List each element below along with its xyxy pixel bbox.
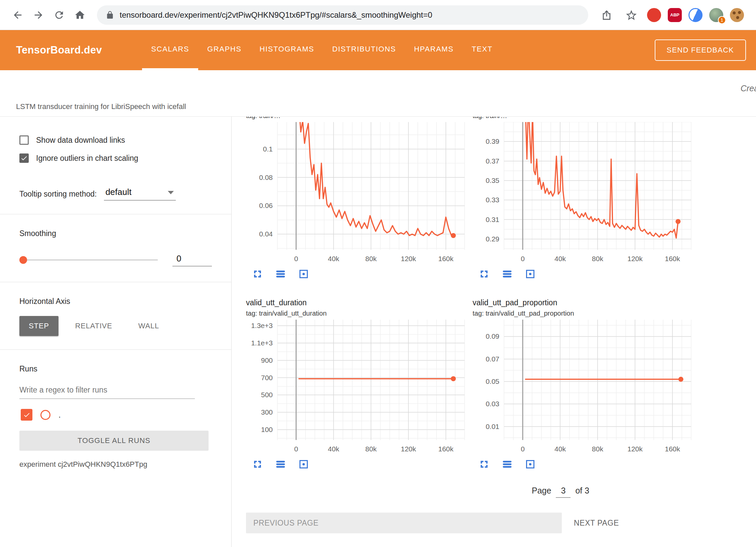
fit-to-data-icon[interactable]: [298, 459, 309, 470]
fit-to-data-icon[interactable]: [298, 268, 309, 280]
tab-distributions[interactable]: DISTRIBUTIONS: [323, 30, 405, 70]
chart-title: valid_utt_duration: [246, 298, 466, 310]
svg-text:900: 900: [261, 356, 273, 364]
previous-page-button[interactable]: PREVIOUS PAGE: [246, 513, 562, 533]
smoothing-slider-thumb[interactable]: [19, 256, 27, 264]
svg-text:120k: 120k: [401, 445, 416, 453]
page-total-label: of 3: [575, 486, 589, 496]
svg-text:0: 0: [521, 255, 525, 262]
expand-chart-icon[interactable]: [252, 268, 263, 280]
send-feedback-button[interactable]: SEND FEEDBACK: [655, 39, 746, 61]
svg-text:0.01: 0.01: [486, 423, 499, 430]
run-color-swatch[interactable]: [40, 410, 50, 420]
svg-text:0.35: 0.35: [486, 177, 499, 184]
svg-text:40k: 40k: [328, 255, 339, 262]
menu-lines-icon[interactable]: [502, 268, 513, 280]
forward-icon[interactable]: [29, 6, 47, 24]
run-list-item: .: [21, 409, 231, 421]
chart-title: valid_utt_pad_proportion: [473, 298, 692, 310]
tensorboard-logo[interactable]: TensorBoard.dev: [16, 44, 102, 56]
run-checkbox[interactable]: [21, 409, 32, 421]
adblock-extension-icon[interactable]: [647, 8, 661, 22]
svg-text:0.04: 0.04: [259, 230, 273, 238]
abp-label: ABP: [670, 12, 679, 17]
menu-lines-icon[interactable]: [502, 459, 513, 470]
browser-toolbar: tensorboard.dev/experiment/cj2vtPiwQHKN9…: [0, 0, 756, 30]
expand-chart-icon[interactable]: [479, 268, 490, 280]
svg-text:80k: 80k: [592, 445, 603, 453]
svg-text:0.06: 0.06: [259, 202, 273, 209]
cookie-extension-icon[interactable]: [730, 8, 744, 22]
svg-text:80k: 80k: [365, 445, 377, 453]
tab-graphs[interactable]: GRAPHS: [198, 30, 251, 70]
chart-tag: tag: train/valid_utt_duration: [246, 310, 466, 320]
menu-lines-icon[interactable]: [275, 459, 286, 470]
svg-text:0.39: 0.39: [486, 137, 499, 145]
fit-to-data-icon[interactable]: [525, 459, 536, 470]
svg-text:160k: 160k: [665, 255, 680, 262]
svg-text:0.29: 0.29: [486, 235, 499, 243]
toggle-all-runs-button[interactable]: TOGGLE ALL RUNS: [19, 431, 209, 451]
runs-label: Runs: [19, 364, 231, 373]
line-chart: 040k80k120k160k1003005007009001.1e+31.3e…: [246, 320, 466, 455]
svg-text:160k: 160k: [438, 445, 454, 453]
pie-extension-icon[interactable]: [688, 8, 703, 22]
home-icon[interactable]: [71, 6, 89, 24]
ignore-outliers-label: Ignore outliers in chart scaling: [36, 154, 138, 163]
expand-chart-icon[interactable]: [252, 459, 263, 470]
svg-text:80k: 80k: [592, 255, 603, 262]
page-number-input[interactable]: [556, 486, 571, 498]
horizontal-axis-label: Horizontal Axis: [19, 297, 231, 306]
svg-text:80k: 80k: [365, 255, 377, 262]
tab-hparams[interactable]: HPARAMS: [405, 30, 463, 70]
divider: [0, 282, 231, 282]
axis-wall-button[interactable]: WALL: [129, 316, 168, 336]
settings-sidebar: Show data download links Ignore outliers…: [0, 117, 232, 547]
next-page-button[interactable]: NEXT PAGE: [574, 519, 619, 528]
abp-extension-icon[interactable]: ABP: [668, 8, 682, 22]
axis-relative-button[interactable]: RELATIVE: [66, 316, 122, 336]
svg-text:160k: 160k: [438, 255, 454, 262]
line-chart: 040k80k120k160k0.040.060.080.1: [246, 122, 466, 265]
expand-chart-icon[interactable]: [479, 459, 490, 470]
share-icon[interactable]: [598, 6, 616, 24]
svg-text:1.3e+3: 1.3e+3: [251, 322, 273, 329]
profile-avatar[interactable]: 1: [709, 8, 723, 22]
divider: [0, 349, 231, 350]
axis-step-button[interactable]: STEP: [19, 316, 58, 336]
refresh-icon[interactable]: [50, 6, 68, 24]
runs-filter-input[interactable]: [19, 386, 195, 399]
svg-text:0: 0: [294, 255, 298, 262]
charts-main-area: tag: train/… 040k80k120k160k0.040.060.08…: [232, 117, 756, 547]
svg-text:300: 300: [261, 408, 273, 416]
chart-card: valid_utt_duration tag: train/valid_utt_…: [246, 298, 466, 470]
smoothing-slider[interactable]: [19, 259, 158, 260]
svg-text:1.1e+3: 1.1e+3: [251, 339, 273, 347]
tab-text[interactable]: TEXT: [463, 30, 502, 70]
avatar-badge: 1: [718, 16, 726, 24]
svg-text:40k: 40k: [554, 445, 566, 453]
show-download-links-checkbox[interactable]: [19, 135, 29, 145]
svg-text:0: 0: [294, 445, 298, 453]
svg-text:120k: 120k: [401, 255, 416, 262]
chart-card: valid_utt_pad_proportion tag: train/vali…: [473, 298, 692, 470]
fit-to-data-icon[interactable]: [525, 268, 536, 280]
tab-scalars[interactable]: SCALARS: [142, 30, 198, 70]
tab-histograms[interactable]: HISTOGRAMS: [251, 30, 324, 70]
svg-text:0.31: 0.31: [486, 216, 499, 223]
chart-card: tag: train/… 040k80k120k160k0.040.060.08…: [246, 117, 466, 280]
svg-text:700: 700: [261, 374, 273, 381]
svg-text:160k: 160k: [665, 445, 680, 453]
smoothing-value-input[interactable]: [172, 253, 212, 266]
back-icon[interactable]: [9, 6, 27, 24]
svg-text:0: 0: [521, 445, 525, 453]
bookmark-star-icon[interactable]: [622, 6, 640, 24]
chevron-down-icon: [168, 191, 174, 194]
address-bar[interactable]: tensorboard.dev/experiment/cj2vtPiwQHKN9…: [97, 5, 588, 25]
svg-text:0.09: 0.09: [486, 332, 499, 340]
chart-tag: tag: train/…: [473, 117, 692, 122]
menu-lines-icon[interactable]: [275, 268, 286, 280]
tooltip-sorting-select[interactable]: default: [104, 187, 176, 201]
ignore-outliers-checkbox[interactable]: [19, 153, 29, 163]
main-nav-tabs: SCALARS GRAPHS HISTOGRAMS DISTRIBUTIONS …: [142, 30, 502, 70]
